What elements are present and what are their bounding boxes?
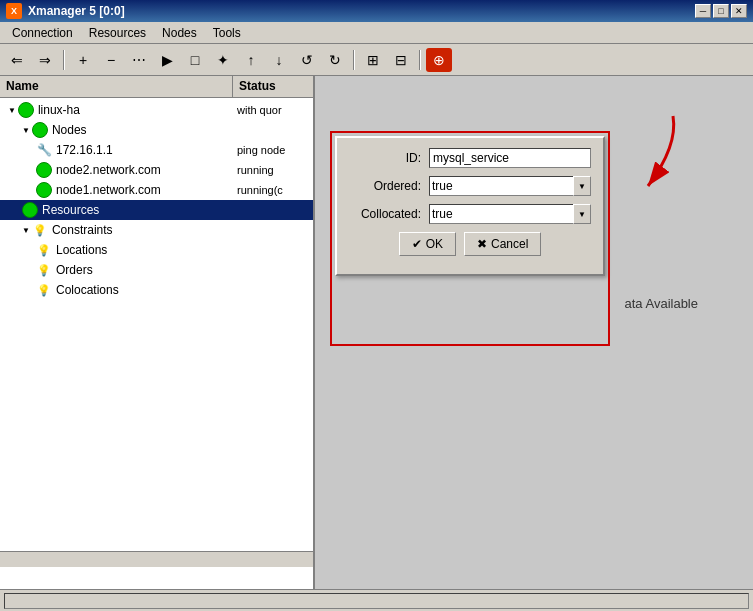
toolbar-sep-1 [63, 50, 65, 70]
label-colocations: Colocations [56, 283, 119, 297]
icon-linux-ha [18, 102, 34, 118]
dialog-id-input[interactable] [429, 148, 591, 168]
tree-col-status: Status [233, 76, 313, 97]
dialog-ordered-select[interactable]: true false [429, 176, 591, 196]
dialog-ordered-label: Ordered: [349, 179, 429, 193]
icon-constraints: 💡 [32, 222, 48, 238]
tree-item-constraints[interactable]: ▼ 💡 Constraints [0, 220, 313, 240]
tree-item-172[interactable]: 🔧 172.16.1.1 ping node [0, 140, 313, 160]
icon-locations: 💡 [36, 242, 52, 258]
toolbar-remove[interactable]: − [98, 48, 124, 72]
menu-resources[interactable]: Resources [81, 24, 154, 42]
status-172: ping node [233, 142, 313, 158]
icon-node1 [36, 182, 52, 198]
tree-item-nodes[interactable]: ▼ Nodes [0, 120, 313, 140]
menu-tools[interactable]: Tools [205, 24, 249, 42]
status-colocations [233, 282, 313, 298]
tree-item-linux-ha[interactable]: ▼ linux-ha with quor [0, 100, 313, 120]
icon-172: 🔧 [36, 142, 52, 158]
no-data-available: ata Available [625, 296, 699, 311]
status-node1: running(c [233, 182, 313, 198]
icon-orders: 💡 [36, 262, 52, 278]
toolbar-down[interactable]: ↓ [266, 48, 292, 72]
label-172: 172.16.1.1 [56, 143, 113, 157]
ok-icon: ✔ [412, 237, 422, 251]
cancel-label: Cancel [491, 237, 528, 251]
right-panel: ata Available ID: Ordered: true false [315, 76, 753, 589]
app-icon: X [6, 3, 22, 19]
tree-col-name: Name [0, 76, 233, 97]
tree-item-node1[interactable]: node1.network.com running(c [0, 180, 313, 200]
dialog-id-label: ID: [349, 151, 429, 165]
status-bar-inner [4, 593, 749, 609]
toolbar-edit[interactable]: ⋯ [126, 48, 152, 72]
tree-item-colocations[interactable]: 💡 Colocations [0, 280, 313, 300]
toolbar-grid[interactable]: ⊞ [360, 48, 386, 72]
dialog-collocated-label: Collocated: [349, 207, 429, 221]
toolbar-forward[interactable]: ⇒ [32, 48, 58, 72]
toolbar-connect[interactable]: ⊕ [426, 48, 452, 72]
dialog-buttons: ✔ OK ✖ Cancel [349, 232, 591, 264]
menu-nodes[interactable]: Nodes [154, 24, 205, 42]
dialog-collocated-row: Collocated: true false ▼ [349, 204, 591, 224]
dialog-collocated-wrapper: true false ▼ [429, 204, 591, 224]
expand-nodes: ▼ [22, 126, 30, 135]
tree-item-orders[interactable]: 💡 Orders [0, 260, 313, 280]
label-resources: Resources [42, 203, 99, 217]
tree-item-node2[interactable]: node2.network.com running [0, 160, 313, 180]
dialog-id-row: ID: [349, 148, 591, 168]
status-node2: running [233, 162, 313, 178]
tree-scrollbar-h[interactable] [0, 551, 315, 567]
dialog-ordered-row: Ordered: true false ▼ [349, 176, 591, 196]
toolbar-list[interactable]: ⊟ [388, 48, 414, 72]
menu-bar: Connection Resources Nodes Tools [0, 22, 753, 44]
toolbar-sep-3 [419, 50, 421, 70]
minimize-button[interactable]: ─ [695, 4, 711, 18]
toolbar-run[interactable]: ▶ [154, 48, 180, 72]
tree-item-resources[interactable]: Resources [0, 200, 313, 220]
status-nodes [233, 122, 313, 138]
left-panel: Name Status ▼ linux-ha with quor [0, 76, 315, 589]
tree-header: Name Status [0, 76, 313, 98]
toolbar-up[interactable]: ↑ [238, 48, 264, 72]
menu-connection[interactable]: Connection [4, 24, 81, 42]
label-nodes: Nodes [52, 123, 87, 137]
window-title: Xmanager 5 [0:0] [28, 4, 125, 18]
toolbar-back[interactable]: ⇐ [4, 48, 30, 72]
cancel-icon: ✖ [477, 237, 487, 251]
close-button[interactable]: ✕ [731, 4, 747, 18]
icon-resources [22, 202, 38, 218]
label-constraints: Constraints [52, 223, 113, 237]
toolbar-sep-2 [353, 50, 355, 70]
icon-node2 [36, 162, 52, 178]
dialog-ordered-wrapper: true false ▼ [429, 176, 591, 196]
tree-item-locations[interactable]: 💡 Locations [0, 240, 313, 260]
ok-label: OK [426, 237, 443, 251]
dialog-cancel-button[interactable]: ✖ Cancel [464, 232, 541, 256]
dialog: ID: Ordered: true false ▼ [335, 136, 605, 276]
label-linux-ha: linux-ha [38, 103, 80, 117]
toolbar-right[interactable]: ↻ [322, 48, 348, 72]
status-constraints [233, 222, 313, 238]
expand-linux-ha: ▼ [8, 106, 16, 115]
icon-colocations: 💡 [36, 282, 52, 298]
status-resources [233, 202, 313, 218]
maximize-button[interactable]: □ [713, 4, 729, 18]
status-locations [233, 242, 313, 258]
title-bar: X Xmanager 5 [0:0] ─ □ ✕ [0, 0, 753, 22]
toolbar-cluster[interactable]: ✦ [210, 48, 236, 72]
toolbar-left[interactable]: ↺ [294, 48, 320, 72]
label-locations: Locations [56, 243, 107, 257]
label-node1: node1.network.com [56, 183, 161, 197]
label-orders: Orders [56, 263, 93, 277]
toolbar-stop[interactable]: □ [182, 48, 208, 72]
icon-nodes [32, 122, 48, 138]
expand-constraints: ▼ [22, 226, 30, 235]
toolbar: ⇐ ⇒ + − ⋯ ▶ □ ✦ ↑ ↓ ↺ ↻ ⊞ ⊟ ⊕ [0, 44, 753, 76]
dialog-ok-button[interactable]: ✔ OK [399, 232, 456, 256]
main-content: Name Status ▼ linux-ha with quor [0, 76, 753, 589]
status-linux-ha: with quor [233, 102, 313, 118]
toolbar-add[interactable]: + [70, 48, 96, 72]
dialog-collocated-select[interactable]: true false [429, 204, 591, 224]
status-bar [0, 589, 753, 611]
